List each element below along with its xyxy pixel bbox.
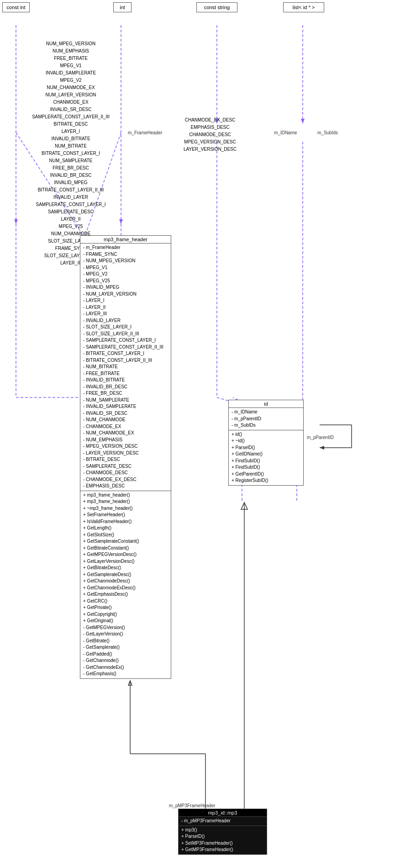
enum-item: INVALID_LAYER <box>25 194 116 201</box>
svg-marker-28 <box>128 681 132 685</box>
int-label: int <box>120 5 125 10</box>
int-box: int <box>113 2 132 12</box>
enum-item: INVALID_BITRATE <box>25 135 116 143</box>
enum-item: INVALID_MPEG <box>25 179 116 186</box>
enum-item: NUM_BITRATE <box>25 143 116 150</box>
enum-item: INVALID_SR_DESC <box>25 106 116 113</box>
id-box: id - m_IDName - m_pParentID - m_SubIDs +… <box>228 400 304 486</box>
const-int-box: const int <box>2 2 30 12</box>
enum-item: MPEG_VERSION_DESC <box>176 138 244 146</box>
enum-item: NUM_CHANMODE_EX <box>25 84 116 91</box>
mp3-id-mp3-title: mp3_id::mp3 <box>179 809 267 817</box>
svg-marker-24 <box>320 446 324 450</box>
enum-item: SAMPLERATE_CONST_LAYER_II_III <box>25 113 116 121</box>
const-string-box: const string <box>196 2 237 12</box>
enum-item: BITRATE_DESC <box>25 121 116 128</box>
enum-item: MPEG_V25 <box>25 223 116 230</box>
id-fields: - m_IDName - m_pParentID - m_SubIDs <box>229 408 303 430</box>
mp3-id-mp3-fields: - m_pMP3FrameHeader <box>179 817 267 826</box>
enum-item: FREE_BITRATE <box>25 55 116 62</box>
mp3-id-mp3-methods: + mp3() + ParseID() + SetMP3FrameHeader(… <box>179 826 267 854</box>
enum-item: BITRATE_CONST_LAYER_I <box>25 150 116 157</box>
enum-item: CHANMODE_EX_DESC <box>176 116 244 124</box>
mp3-frame-header-title: mp3_frame_header <box>80 236 171 243</box>
enum-item: MPEG_V2 <box>25 77 116 84</box>
list-id-label: list< id * > <box>293 5 315 10</box>
m-pparentid-label: m_pParentID <box>307 435 334 440</box>
enum-list-string: CHANMODE_EX_DESC EMPHASIS_DESC CHANMODE_… <box>176 116 244 153</box>
id-title: id <box>229 400 303 408</box>
mp3-frame-header-fields: - m_FrameHeader - FRAME_SYNC - NUM_MPEG_… <box>80 243 171 491</box>
enum-item: LAYER_VERSION_DESC <box>176 146 244 153</box>
enum-item: NUM_LAYER_VERSION <box>25 91 116 99</box>
svg-marker-3 <box>119 219 123 224</box>
list-id-box: list< id * > <box>283 2 324 12</box>
svg-marker-30 <box>241 503 247 509</box>
enum-item: LAYER_II <box>25 216 116 223</box>
m-frame-header-label: m_FrameHeader <box>128 130 163 135</box>
m-idname-label: m_IDName <box>274 130 297 135</box>
enum-item: LAYER_I <box>25 128 116 135</box>
enum-item: NUM_MPEG_VERSION <box>25 40 116 48</box>
mp3-frame-header-methods: + mp3_frame_header() + mp3_frame_header(… <box>80 491 171 678</box>
enum-item: CHANMODE_DESC <box>176 131 244 138</box>
svg-marker-1 <box>14 219 18 224</box>
id-methods: + id() + ~id() + ParseID() + GetIDName()… <box>229 430 303 485</box>
diagram-container: const int int const string list< id * > … <box>0 0 400 868</box>
const-string-label: const string <box>204 5 230 10</box>
svg-marker-7 <box>301 119 305 123</box>
m-pmp3frameheader-label: m_pMP3FrameHeader <box>169 803 216 808</box>
enum-item: SAMPLERATE_DESC <box>25 208 116 216</box>
mp3-frame-header-box: mp3_frame_header - m_FrameHeader - FRAME… <box>80 235 171 679</box>
enum-item: EMPHASIS_DESC <box>176 124 244 131</box>
enum-item: MPEG_V1 <box>25 62 116 69</box>
enum-item: INVALID_BR_DESC <box>25 172 116 179</box>
enum-item: SAMPLERATE_CONST_LAYER_I <box>25 201 116 208</box>
enum-item: INVALID_SAMPLERATE <box>25 69 116 77</box>
enum-list-left: NUM_MPEG_VERSION NUM_EMPHASIS FREE_BITRA… <box>25 40 116 267</box>
enum-item: NUM_SAMPLERATE <box>25 157 116 164</box>
m-subids-label: m_SubIds <box>317 130 338 135</box>
enum-item: NUM_EMPHASIS <box>25 48 116 55</box>
mp3-id-mp3-box: mp3_id::mp3 - m_pMP3FrameHeader + mp3() … <box>178 809 267 855</box>
enum-item: CHANMODE_EX <box>25 99 116 106</box>
enum-item: FREE_BR_DESC <box>25 164 116 172</box>
enum-item: BITRATE_CONST_LAYER_II_III <box>25 186 116 194</box>
const-int-label: const int <box>7 5 26 10</box>
